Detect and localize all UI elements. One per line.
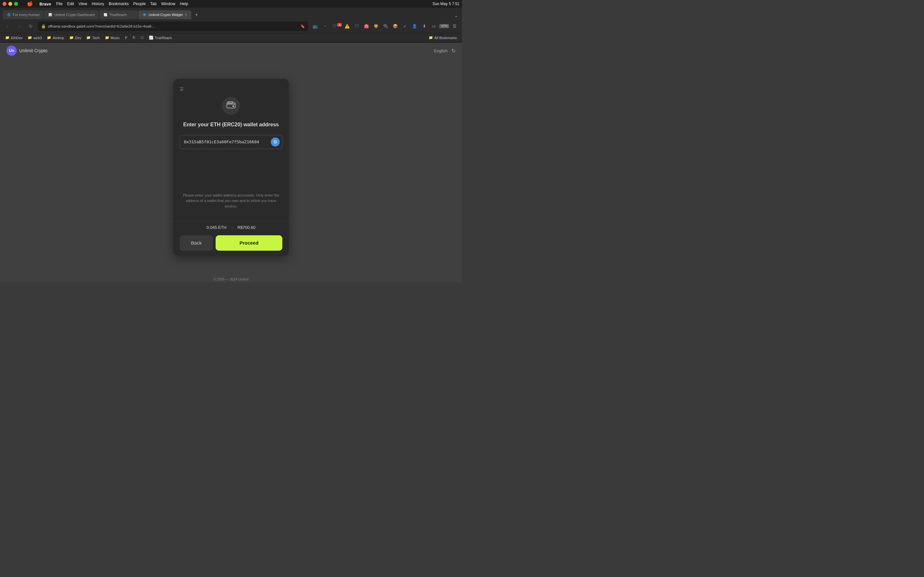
logo-initials: Un: [9, 48, 14, 53]
tab-unlimit-widget[interactable]: 🔷 Unlimit Crypto Widget ✕: [138, 10, 191, 19]
wallet-icon: [226, 101, 236, 111]
conversion-from: 0.045 ETH: [207, 225, 226, 230]
menu-tab[interactable]: Tab: [150, 2, 157, 6]
widget-spacer: [180, 154, 282, 193]
menu-bookmarks[interactable]: Bookmarks: [109, 2, 129, 6]
address-bookmark-icon[interactable]: 🔖: [300, 24, 305, 29]
reload-icon: ↻: [29, 24, 33, 29]
widget: ☰ Enter your ETH (ERC20) wallet address: [173, 79, 289, 255]
bookmark-airdrop[interactable]: 📁 Airdrop: [45, 35, 66, 40]
tab-for-every-human[interactable]: 🌐 For every human: [3, 10, 43, 19]
forward-button[interactable]: ›: [15, 22, 24, 31]
tab3-label: TrueReach: [110, 13, 134, 17]
bookmark-music-label: Music: [111, 36, 120, 40]
app-name[interactable]: Brave: [39, 2, 51, 6]
cast-icon[interactable]: 📺: [311, 22, 319, 31]
address-bar[interactable]: 🔒 offramp-sandbox.gatefi.com/?merchantId…: [38, 21, 309, 31]
wallet-copy-button[interactable]: ⧉: [271, 137, 280, 147]
music-icon: 📁: [105, 35, 110, 40]
bookmark-dev[interactable]: 📁 Dev: [67, 35, 83, 40]
footer-copyright: © 2009 — 2024 Unlimit: [214, 277, 249, 281]
bookmark-tech[interactable]: 📁 Tech: [84, 35, 102, 40]
bookmark-dev-label: Dev: [75, 36, 81, 40]
apple-menu[interactable]: 🍎: [27, 1, 33, 7]
bookmark-web3-label: web3: [33, 36, 42, 40]
svg-point-2: [233, 105, 234, 107]
tab2-favicon: 📊: [48, 13, 52, 17]
menu-history[interactable]: History: [92, 2, 104, 6]
tab-expand-button[interactable]: ⌄: [453, 11, 459, 19]
menu-icon[interactable]: ☰: [451, 22, 459, 31]
download-icon[interactable]: ⬇: [420, 22, 428, 31]
wallet-icon-circle: [222, 97, 240, 115]
back-button[interactable]: ‹: [3, 22, 12, 31]
system-time: Sun May 5 7:51: [433, 2, 459, 6]
new-tab-button[interactable]: +: [192, 10, 201, 19]
extension2-icon[interactable]: 📦: [391, 22, 399, 31]
menu-view[interactable]: View: [79, 2, 87, 6]
wallet-address-input[interactable]: [180, 135, 282, 149]
bookmark-music[interactable]: 📁 Music: [103, 35, 122, 40]
widget-title: Enter your ETH (ERC20) wallet address: [180, 121, 282, 128]
menu-help[interactable]: Help: [180, 2, 188, 6]
bookmark-ext1-label: ↻: [132, 35, 136, 40]
tab4-favicon: 🔷: [142, 13, 147, 17]
main-content: Un Unlimit Crypto English ↻ ☰: [0, 43, 462, 282]
app-refresh-button[interactable]: ↻: [451, 48, 456, 54]
bookmark-web3[interactable]: 📁 web3: [26, 35, 44, 40]
lock-icon: 🔒: [41, 24, 46, 29]
back-arrow-icon: ‹: [7, 24, 9, 29]
svg-rect-0: [227, 103, 235, 108]
bookmark-truereach-label: TrueReach: [155, 36, 172, 40]
app-logo-name: Unlimit Crypto: [19, 48, 47, 53]
menubar: 🍎 Brave File Edit View History Bookmarks…: [0, 0, 462, 8]
minimize-dot[interactable]: [8, 2, 12, 6]
bookmark-p-label: P: [125, 36, 127, 40]
menu-edit[interactable]: Edit: [67, 2, 74, 6]
bookmark-ethdev-label: EthDev: [11, 36, 23, 40]
bookmark-ethdev[interactable]: 📁 EthDev: [3, 35, 24, 40]
bookmark-truereach[interactable]: 📈 TrueReach: [147, 35, 174, 40]
extension1-icon[interactable]: 🔌: [381, 22, 390, 31]
proceed-button[interactable]: Proceed: [216, 235, 282, 251]
tab4-close[interactable]: ✕: [184, 13, 187, 17]
bookmark-airdrop-label: Airdrop: [53, 36, 64, 40]
window-controls: [3, 2, 18, 6]
reload-button[interactable]: ↻: [26, 22, 35, 31]
bookmark-ext1[interactable]: ↻: [131, 35, 137, 40]
widget-menu-icon[interactable]: ☰: [180, 87, 282, 92]
app-logo-icon: Un: [6, 45, 17, 56]
all-bookmarks-link[interactable]: 📁 All Bookmarks: [427, 35, 459, 40]
bookmark-ext2-label: ⬡: [141, 35, 144, 40]
toolbar-actions: 📺 ↑ 🛡 4 ⚠️ 🛡 👛 🦁 🔌 📦 ✓ 👤 ⬇ ▭ VPN ☰: [311, 22, 459, 31]
tab-bar: 🌐 For every human 📊 Unlimit Crypto Dashb…: [0, 8, 462, 19]
dev-icon: 📁: [69, 35, 74, 40]
share-icon[interactable]: ↑: [320, 22, 329, 31]
wallet-icon[interactable]: 👛: [362, 22, 371, 31]
app-logo: Un Unlimit Crypto: [6, 45, 47, 56]
wallet-input-container: ⧉: [180, 135, 282, 149]
extension-shield[interactable]: 🛡: [352, 22, 361, 31]
close-dot[interactable]: [3, 2, 6, 6]
bookmark-ext2[interactable]: ⬡: [139, 35, 145, 40]
checkmark-icon[interactable]: ✓: [401, 22, 409, 31]
menu-file[interactable]: File: [56, 2, 63, 6]
sidebar-icon[interactable]: ▭: [430, 22, 438, 31]
menu-window[interactable]: Window: [161, 2, 175, 6]
maximize-dot[interactable]: [14, 2, 18, 6]
widget-divider: [173, 221, 289, 221]
browser-chrome: 🌐 For every human 📊 Unlimit Crypto Dashb…: [0, 8, 462, 43]
truereach-icon: 📈: [149, 35, 153, 40]
menu-people[interactable]: People: [133, 2, 145, 6]
profile-icon[interactable]: 👤: [410, 22, 419, 31]
vpn-badge[interactable]: VPN: [439, 24, 449, 28]
tab2-label: Unlimit Crypto Dashboard: [54, 13, 95, 17]
tab-truereach[interactable]: 📈 TrueReach: [99, 10, 137, 19]
brave-wallet-icon[interactable]: 🦁: [372, 22, 380, 31]
brave-rewards-icon[interactable]: ⚠️: [343, 22, 351, 31]
tab-unlimit-dashboard[interactable]: 📊 Unlimit Crypto Dashboard: [44, 10, 99, 19]
menu-items: File Edit View History Bookmarks People …: [56, 2, 188, 6]
bookmark-p[interactable]: P: [123, 35, 129, 40]
language-selector[interactable]: English: [434, 48, 447, 53]
back-button[interactable]: Back: [180, 235, 213, 251]
